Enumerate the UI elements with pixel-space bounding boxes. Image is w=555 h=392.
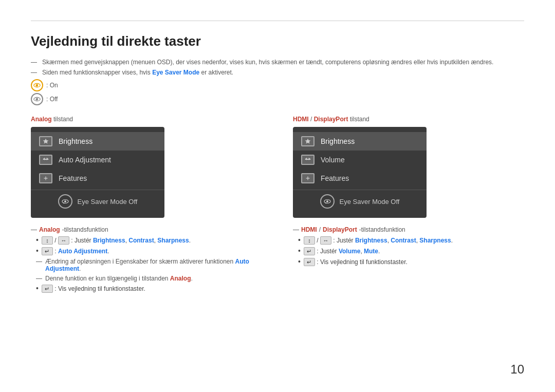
hdmi-bullet-2: • ↵ : Justér Volume, Mute.: [298, 247, 524, 255]
svg-point-12: [64, 200, 66, 202]
svg-marker-16: [305, 158, 307, 160]
svg-text:✦: ✦: [35, 98, 37, 101]
hdmi-function-section: — HDMI / DisplayPort-tilstandsfunktion •…: [293, 226, 524, 266]
analog-eye-saver-row: ✦ Eye Saver Mode Off: [31, 190, 164, 213]
analog-eye-saver-icon: ✦: [58, 194, 72, 209]
hdmi-osd-brightness: Brightness: [293, 132, 427, 151]
svg-marker-14: [305, 139, 311, 144]
analog-note-2: — Denne funktion er kun tilgængelig i ti…: [36, 275, 262, 282]
svg-marker-17: [309, 158, 311, 160]
enter-icon-1: ↵: [42, 247, 53, 255]
analog-osd-auto-adjustment: Auto Adjustment: [31, 151, 164, 169]
analog-bullet-1: • ↕ / ↔ : Justér Brightness, Contrast, S…: [36, 236, 262, 245]
eye-on-icon: ✦: [31, 79, 43, 91]
brightness-icon: [39, 136, 52, 146]
svg-text:✦: ✦: [35, 84, 37, 87]
analog-function-section: — Analog-tilstandsfunktion • ↕ / ↔ : Jus…: [31, 226, 262, 293]
hdmi-eye-saver-icon: ✦: [320, 194, 335, 209]
hdmi-mode-label: HDMI / DisplayPort tilstand: [293, 116, 524, 123]
eye-off-icon: ✦: [31, 93, 43, 105]
page-title: Vejledning til direkte taster: [31, 33, 524, 49]
svg-point-19: [326, 200, 328, 202]
svg-marker-7: [43, 139, 49, 144]
hdmi-left-right-icon: ↔: [320, 236, 331, 245]
hdmi-column: HDMI / DisplayPort tilstand Brightness: [293, 116, 524, 295]
left-right-icon: ↔: [58, 236, 69, 245]
svg-marker-9: [43, 158, 45, 160]
up-down-icon: ↕: [42, 236, 53, 245]
analog-osd-features: Features: [31, 169, 164, 188]
two-column-layout: Analog tilstand Brightness: [31, 116, 524, 295]
hdmi-enter-icon-1: ↵: [304, 247, 315, 255]
svg-text:✦: ✦: [62, 201, 64, 204]
analog-column: Analog tilstand Brightness: [31, 116, 262, 295]
hdmi-eye-saver-row: ✦ Eye Saver Mode Off: [293, 190, 427, 213]
hdmi-bullet-1: • ↕ / ↔ : Justér Brightness, Contrast, S…: [298, 236, 524, 245]
features-icon: [39, 173, 52, 183]
hdmi-osd-features: Features: [293, 169, 427, 188]
volume-icon: [301, 155, 314, 165]
analog-mode-label: Analog tilstand: [31, 116, 262, 123]
hdmi-section-title: — HDMI / DisplayPort-tilstandsfunktion: [293, 226, 524, 233]
analog-note-1: — Ændring af opløsningen i Egenskaber fo…: [36, 258, 262, 272]
hdmi-osd-volume: Volume: [293, 151, 427, 169]
eye-saver-off-row: ✦ : Off: [31, 93, 524, 105]
description-line2: — Siden med funktionsknapper vises, hvis…: [31, 69, 524, 76]
hdmi-brightness-icon: [301, 136, 314, 146]
hdmi-osd-box: Brightness Volume: [293, 127, 427, 218]
analog-bullet-2: • ↵ : Auto Adjustment.: [36, 247, 262, 255]
analog-osd-brightness: Brightness: [31, 132, 164, 151]
analog-bullet-3: • ↵ : Vis vejledning til funktionstaster…: [36, 285, 262, 293]
eye-saver-on-row: ✦ : On: [31, 79, 524, 91]
hdmi-features-icon: [301, 173, 314, 183]
hdmi-enter-icon-2: ↵: [304, 258, 315, 266]
svg-text:✦: ✦: [324, 201, 326, 204]
analog-section-title: — Analog-tilstandsfunktion: [31, 226, 262, 233]
svg-marker-10: [47, 158, 49, 160]
hdmi-up-down-icon: ↕: [304, 236, 315, 245]
analog-osd-box: Brightness Auto Adjustment: [31, 127, 164, 218]
enter-icon-2: ↵: [42, 285, 53, 293]
auto-adjustment-icon: [39, 155, 52, 165]
description-line1: — Skærmen med genvejsknappen (menuen OSD…: [31, 59, 524, 66]
page-number: 10: [510, 362, 524, 377]
hdmi-bullet-3: • ↵ : Vis vejledning til funktionstaster…: [298, 258, 524, 266]
